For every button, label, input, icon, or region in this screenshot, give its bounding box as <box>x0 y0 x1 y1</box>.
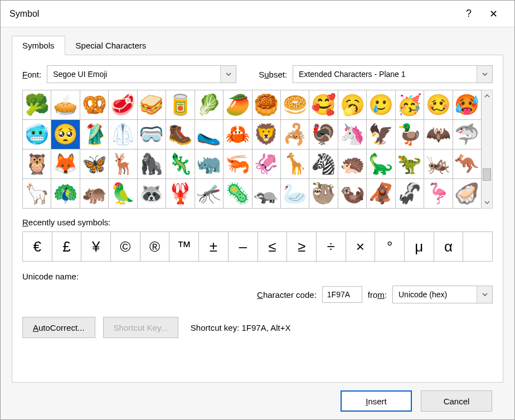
symbol-cell[interactable]: 🦡 <box>252 179 280 208</box>
symbol-cell[interactable]: 🦊 <box>51 149 79 178</box>
symbol-cell[interactable]: 🦪 <box>453 179 481 208</box>
symbol-cell[interactable]: 🥰 <box>309 90 337 119</box>
tab-symbols[interactable]: Symbols <box>12 36 65 55</box>
symbol-cell[interactable]: 🦟 <box>195 179 223 208</box>
recent-symbol-cell[interactable]: μ <box>405 232 434 261</box>
symbol-cell[interactable]: 🦓 <box>309 149 337 178</box>
recent-symbol-cell[interactable]: ≤ <box>258 232 287 261</box>
scroll-up-button[interactable] <box>482 90 492 102</box>
recent-symbol-cell[interactable]: © <box>111 232 140 261</box>
recent-symbol-cell[interactable]: ≥ <box>287 232 316 261</box>
font-combobox[interactable] <box>47 65 236 83</box>
shortcut-key-button[interactable]: Shortcut Key... <box>103 317 178 338</box>
symbol-cell[interactable]: 🥴 <box>424 90 452 119</box>
recent-symbol-cell[interactable]: × <box>346 232 375 261</box>
scroll-thumb[interactable] <box>483 168 491 181</box>
from-combobox[interactable]: Unicode (hex) <box>392 286 493 303</box>
symbol-cell[interactable]: 🦈 <box>453 120 481 149</box>
symbol-cell[interactable]: 🦉 <box>23 149 51 178</box>
symbol-cell[interactable]: 🦖 <box>396 149 424 178</box>
symbol-cell[interactable]: 🦁 <box>252 120 280 149</box>
symbol-cell[interactable]: 🥲 <box>367 90 395 119</box>
symbol-cell[interactable]: 🥻 <box>80 120 108 149</box>
recent-symbol-cell[interactable]: – <box>229 232 258 261</box>
symbol-cell[interactable]: 🦐 <box>224 149 251 178</box>
symbol-cell[interactable]: 🥮 <box>252 90 280 119</box>
symbol-cell[interactable]: 🦛 <box>80 179 108 208</box>
close-button[interactable]: ✕ <box>481 1 506 27</box>
symbol-cell[interactable]: 🦩 <box>424 179 452 208</box>
symbol-cell[interactable]: 🥯 <box>281 90 309 119</box>
symbol-cell[interactable]: 🥭 <box>224 90 251 119</box>
insert-button[interactable]: Insert <box>341 390 412 412</box>
recent-symbol-cell[interactable]: α <box>434 232 463 261</box>
symbol-cell[interactable]: 🥨 <box>80 90 108 119</box>
symbol-cell[interactable]: 🦆 <box>396 120 424 149</box>
symbol-cell[interactable]: 🥪 <box>138 90 166 119</box>
from-dropdown-button[interactable] <box>477 286 492 303</box>
cancel-button[interactable]: Cancel <box>421 390 492 412</box>
symbol-cell[interactable]: 🦘 <box>453 149 481 178</box>
symbol-cell[interactable]: 🦜 <box>109 179 137 208</box>
tab-special-characters[interactable]: Special Characters <box>65 36 157 55</box>
symbol-cell[interactable]: 🥽 <box>138 120 166 149</box>
recent-symbol-cell[interactable]: £ <box>52 232 81 261</box>
symbol-cell[interactable]: 🦥 <box>309 179 337 208</box>
scroll-track[interactable] <box>482 102 492 197</box>
symbol-cell[interactable]: 🥾 <box>166 120 194 149</box>
symbol-cell[interactable]: 🦅 <box>367 120 395 149</box>
symbol-cell[interactable]: 🦦 <box>338 179 366 208</box>
symbol-cell[interactable]: 🦃 <box>309 120 337 149</box>
symbol-cell[interactable]: 🦠 <box>224 179 251 208</box>
symbol-cell[interactable]: 🦨 <box>396 179 424 208</box>
symbol-cell[interactable]: 🦕 <box>367 149 395 178</box>
symbol-cell[interactable]: 🦎 <box>166 149 194 178</box>
charcode-input[interactable] <box>322 286 362 303</box>
symbol-cell[interactable]: 🦝 <box>138 179 166 208</box>
symbol-cell[interactable]: 🥿 <box>195 120 223 149</box>
symbol-cell[interactable]: 🦒 <box>281 149 309 178</box>
symbol-cell[interactable]: 🦑 <box>252 149 280 178</box>
symbol-cell[interactable]: 🦚 <box>51 179 79 208</box>
recent-symbol-cell[interactable]: ° <box>375 232 404 261</box>
symbol-cell[interactable]: 🥬 <box>195 90 223 119</box>
symbol-scrollbar[interactable] <box>482 90 493 209</box>
symbol-cell[interactable]: 🦇 <box>424 120 452 149</box>
recent-symbol-cell[interactable]: ¥ <box>81 232 110 261</box>
symbol-cell[interactable]: 🥫 <box>166 90 194 119</box>
font-input[interactable] <box>47 66 220 83</box>
recent-symbol-cell[interactable]: ± <box>199 232 228 261</box>
symbol-cell[interactable]: 🥱 <box>338 90 366 119</box>
symbol-cell[interactable]: 🦋 <box>80 149 108 178</box>
recent-symbol-cell[interactable]: ÷ <box>317 232 346 261</box>
help-button[interactable]: ? <box>456 1 481 27</box>
symbol-cell[interactable]: 🦄 <box>338 120 366 149</box>
symbol-cell[interactable]: 🥼 <box>109 120 137 149</box>
symbol-cell[interactable]: 🦢 <box>281 179 309 208</box>
symbol-cell[interactable]: 🦧 <box>367 179 395 208</box>
recent-symbol-cell[interactable] <box>463 232 492 261</box>
subset-combobox[interactable]: Extended Characters - Plane 1 <box>293 65 493 83</box>
symbol-cell[interactable]: 🥩 <box>109 90 137 119</box>
symbol-cell[interactable]: 🦙 <box>23 179 51 208</box>
symbol-cell[interactable]: 🦗 <box>424 149 452 178</box>
recent-symbol-cell[interactable]: ® <box>140 232 169 261</box>
symbol-cell[interactable]: 🦂 <box>281 120 309 149</box>
scroll-down-button[interactable] <box>482 197 492 208</box>
symbol-cell[interactable]: 🦏 <box>195 149 223 178</box>
symbol-cell[interactable]: 🦀 <box>224 120 251 149</box>
symbol-cell[interactable]: 🦞 <box>166 179 194 208</box>
recent-symbol-cell[interactable]: € <box>23 232 52 261</box>
recent-symbol-cell[interactable]: ™ <box>169 232 198 261</box>
symbol-cell[interactable]: 🥵 <box>453 90 481 119</box>
symbol-cell[interactable]: 🥧 <box>51 90 79 119</box>
font-dropdown-button[interactable] <box>220 66 236 83</box>
symbol-cell[interactable]: 🥺 <box>51 120 79 149</box>
autocorrect-button[interactable]: AutoCorrect... <box>22 317 95 338</box>
symbol-cell[interactable]: 🦌 <box>109 149 137 178</box>
symbol-cell[interactable]: 🥶 <box>23 120 51 149</box>
symbol-cell[interactable]: 🥦 <box>23 90 51 119</box>
subset-dropdown-button[interactable] <box>477 66 492 83</box>
symbol-cell[interactable]: 🦍 <box>138 149 166 178</box>
symbol-cell[interactable]: 🥳 <box>396 90 424 119</box>
